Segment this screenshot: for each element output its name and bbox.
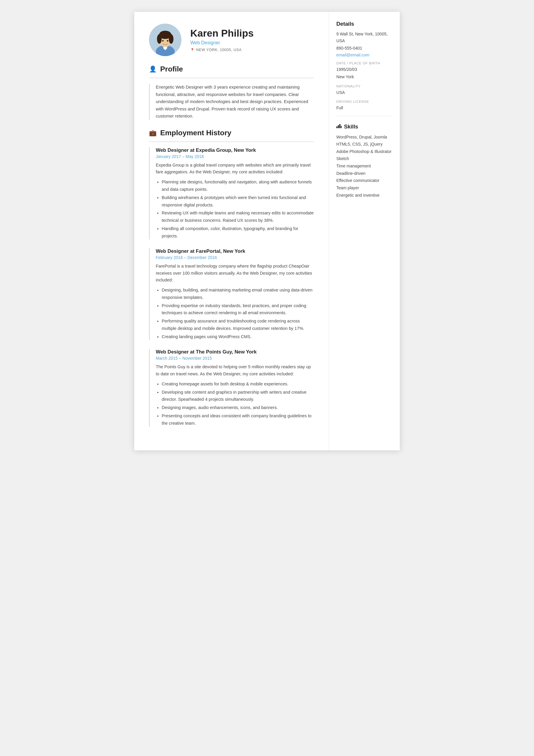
profile-divider: [149, 78, 314, 78]
bullet-item: Handling all composition, color, illustr…: [162, 225, 314, 240]
location-icon: 📍: [190, 48, 195, 52]
bullet-item: Presenting concepts and ideas consistent…: [162, 412, 314, 427]
avatar: [149, 24, 181, 56]
header-info: Karen Philips Web Designer 📍 NEW YORK, 1…: [190, 28, 254, 52]
employment-section-header: 💼 Employment History: [149, 129, 314, 137]
email: email@email.com: [336, 53, 393, 57]
job-dates-3: March 2015 – November 2015: [156, 356, 314, 361]
job-desc-2: FarePortal is a travel technology compan…: [156, 263, 314, 284]
profile-section-header: 👤 Profile: [149, 65, 314, 73]
dob-label: DATE / PLACE OF BIRTH: [336, 62, 393, 65]
job-dates-1: January 2017 – May 2018: [156, 154, 314, 159]
resume-header: Karen Philips Web Designer 📍 NEW YORK, 1…: [149, 24, 314, 56]
driving: Full: [336, 104, 393, 111]
svg-rect-11: [338, 125, 339, 128]
job-bullets-1: Planning site designs, functionality and…: [156, 178, 314, 239]
bullet-item: Creating landing pages using WordPress C…: [162, 333, 314, 340]
skill-item: Deadline-driven: [336, 170, 393, 177]
skill-item: Sketch: [336, 155, 393, 162]
bullet-item: Developing site content and graphics in …: [162, 389, 314, 403]
skill-item: Energetic and inventive: [336, 192, 393, 199]
bullet-item: Building wireframes & prototypes which w…: [162, 194, 314, 209]
bullet-item: Performing quality assurance and trouble…: [162, 317, 314, 332]
skill-item: Time management: [336, 162, 393, 170]
svg-point-7: [162, 40, 164, 41]
job-desc-1: Expedia Group is a global travel company…: [156, 162, 314, 176]
svg-point-6: [169, 34, 173, 44]
resume-container: Karen Philips Web Designer 📍 NEW YORK, 1…: [134, 12, 400, 450]
driving-label: DRIVING LICENSE: [336, 100, 393, 103]
dob: 1995/20/03: [336, 66, 393, 73]
job-bullets-3: Creating homepage assets for both deskto…: [156, 380, 314, 427]
candidate-name: Karen Philips: [190, 28, 254, 39]
svg-point-8: [167, 40, 168, 41]
skill-item: Team player: [336, 184, 393, 192]
job-title-1: Web Designer at Expedia Group, New York: [156, 148, 314, 153]
candidate-location: 📍 NEW YORK, 10005, USA: [190, 48, 254, 52]
bullet-item: Designing, building, and maintaining mar…: [162, 286, 314, 301]
job-entry-2: Web Designer at FarePortal, New York Feb…: [149, 248, 314, 340]
skills-bar-icon: [336, 123, 342, 130]
job-title-3: Web Designer at The Points Guy, New York: [156, 349, 314, 355]
job-bullets-2: Designing, building, and maintaining mar…: [156, 286, 314, 340]
skill-item: Effective communicator: [336, 177, 393, 184]
bullet-item: Designing images, audio enhancements, ic…: [162, 404, 314, 411]
skills-title: Skills: [344, 123, 358, 130]
bullet-item: Creating homepage assets for both deskto…: [162, 380, 314, 388]
bullet-item: Reviewing UX with multiple teams and mak…: [162, 209, 314, 224]
skill-item: WordPress, Drupal, Joomla: [336, 133, 393, 141]
nationality-label: NATIONALITY: [336, 85, 393, 88]
skill-item: Adobe Photoshop & Illustrator: [336, 148, 393, 155]
candidate-job-title: Web Designer: [190, 40, 254, 45]
phone: 890-555-0401: [336, 45, 393, 52]
job-entry-1: Web Designer at Expedia Group, New York …: [149, 148, 314, 240]
dob-place: New York: [336, 73, 393, 80]
profile-text: Energetic Web Designer with 3 years expe…: [149, 84, 314, 120]
skills-header: Skills: [336, 123, 393, 130]
bullet-item: Planning site designs, functionality and…: [162, 178, 314, 193]
svg-rect-10: [336, 126, 338, 128]
svg-rect-13: [341, 126, 342, 128]
employment-title: Employment History: [160, 129, 231, 137]
address: 9 Wall St, New York, 10005, USA: [336, 31, 393, 44]
details-title: Details: [336, 21, 393, 27]
job-title-2: Web Designer at FarePortal, New York: [156, 248, 314, 254]
bullet-item: Providing expertise on industry standard…: [162, 302, 314, 317]
skills-list: WordPress, Drupal, Joomla HTML5, CSS, JS…: [336, 133, 393, 199]
sidebar: Details 9 Wall St, New York, 10005, USA …: [329, 12, 400, 450]
skill-item: HTML5, CSS, JS, jQuery: [336, 141, 393, 148]
main-content: Karen Philips Web Designer 📍 NEW YORK, 1…: [134, 12, 329, 450]
svg-point-5: [157, 34, 162, 44]
job-dates-2: February 2016 – December 2016: [156, 255, 314, 260]
profile-title: Profile: [160, 65, 183, 73]
job-desc-3: The Points Guy is a site devoted to help…: [156, 364, 314, 377]
nationality: USA: [336, 89, 393, 96]
job-entry-3: Web Designer at The Points Guy, New York…: [149, 349, 314, 427]
profile-icon: 👤: [149, 66, 157, 73]
employment-divider: [149, 142, 314, 142]
employment-icon: 💼: [149, 129, 157, 136]
svg-rect-12: [339, 124, 341, 128]
